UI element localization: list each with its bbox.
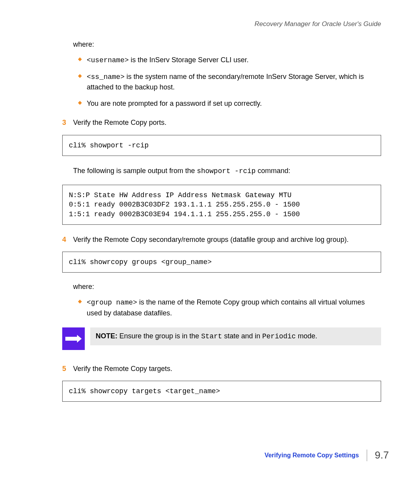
bullet-list-1: <username> is the InServ Storage Server …: [79, 55, 381, 108]
page-content: where: <username> is the InServ Storage …: [73, 17, 381, 402]
bullet-text: <username> is the InServ Storage Server …: [87, 55, 248, 65]
list-item: <username> is the InServ Storage Server …: [79, 55, 381, 65]
step-4: 4 Verify the Remote Copy secondary/remot…: [62, 235, 381, 245]
diamond-bullet-icon: [78, 58, 82, 61]
step-3: 3 Verify the Remote Copy ports.: [62, 118, 381, 128]
footer-divider: [367, 450, 367, 461]
note-arrow-icon: [62, 327, 85, 350]
note-block: NOTE: Ensure the group is in the Start s…: [62, 327, 381, 350]
list-item: <group name> is the name of the Remote C…: [79, 297, 381, 318]
code-block: cli% showrcopy targets <target_name>: [62, 381, 381, 402]
page-number: 9.7: [375, 449, 389, 461]
bullet-text: <ss_name> is the system name of the seco…: [87, 72, 381, 92]
where-label-2: where:: [73, 283, 381, 291]
step-text: Verify the Remote Copy targets.: [73, 364, 172, 374]
where-label-1: where:: [73, 40, 381, 49]
header-guide-title: Recovery Manager for Oracle User's Guide: [255, 20, 381, 28]
code-block: cli% showport -rcip: [62, 135, 381, 156]
bullet-text: You are note prompted for a password if …: [87, 98, 262, 108]
document-page: Recovery Manager for Oracle User's Guide…: [0, 0, 420, 504]
note-text: NOTE: Ensure the group is in the Start s…: [90, 327, 381, 345]
footer-section-title: Verifying Remote Copy Settings: [264, 452, 359, 459]
code-block: cli% showrcopy groups <group_name>: [62, 252, 381, 273]
bullet-list-2: <group name> is the name of the Remote C…: [79, 297, 381, 318]
list-item: <ss_name> is the system name of the seco…: [79, 72, 381, 92]
sample-output-intro: The following is sample output from the …: [73, 166, 381, 176]
step-5: 5 Verify the Remote Copy targets.: [62, 364, 381, 374]
code-block: N:S:P State HW Address IP Address Netmas…: [62, 185, 381, 225]
page-footer: Verifying Remote Copy Settings 9.7: [264, 449, 389, 461]
bullet-text: <group name> is the name of the Remote C…: [87, 297, 381, 318]
step-text: Verify the Remote Copy secondary/remote …: [73, 235, 348, 245]
step-number: 4: [62, 235, 73, 245]
step-number: 5: [62, 364, 73, 374]
diamond-bullet-icon: [78, 101, 82, 105]
diamond-bullet-icon: [78, 300, 82, 304]
diamond-bullet-icon: [78, 74, 82, 78]
step-number: 3: [62, 118, 73, 128]
step-text: Verify the Remote Copy ports.: [73, 118, 166, 128]
list-item: You are note prompted for a password if …: [79, 98, 381, 108]
